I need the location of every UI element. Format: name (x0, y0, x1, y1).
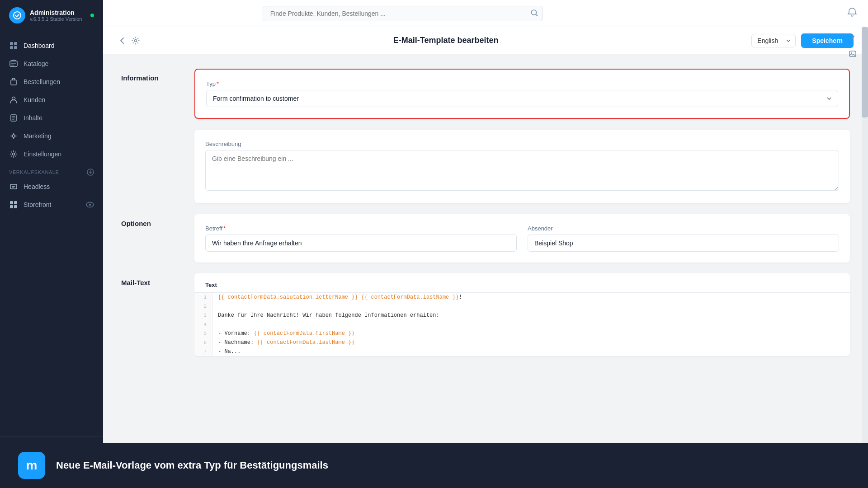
right-panel-arrow-button[interactable] (849, 33, 857, 42)
svg-point-21 (135, 39, 137, 42)
sidebar-item-label-headless: Headless (24, 183, 50, 190)
scrollbar-thumb[interactable] (862, 27, 868, 117)
kataloge-icon (9, 59, 18, 68)
code-line-3: 3 Danke für Ihre Nachricht! Wir haben fo… (194, 311, 850, 320)
notification-button[interactable] (847, 7, 857, 19)
beschreibung-label: Beschreibung (205, 141, 839, 147)
sidebar-item-dashboard[interactable]: Dashboard (0, 37, 103, 55)
inhalte-icon (9, 113, 18, 122)
sidebar-item-label-bestellungen: Bestellungen (24, 78, 60, 85)
topbar (103, 0, 868, 27)
beschreibung-spacer (121, 130, 180, 203)
storefront-eye-icon[interactable] (86, 201, 94, 209)
kunden-icon (9, 95, 18, 104)
code-line-4: 4 (194, 320, 850, 329)
main-content: E-Mail-Template bearbeiten English Deuts… (103, 27, 868, 488)
beschreibung-card: Beschreibung (194, 130, 850, 203)
dashboard-icon (9, 41, 18, 50)
page-title: E-Mail-Template bearbeiten (147, 36, 744, 45)
code-line-2: 2 (194, 302, 850, 311)
code-line-7: 7 - Na... (194, 347, 850, 356)
sidebar-brand: Administration v.6.3.5.1 Stable Version (30, 9, 82, 22)
beschreibung-section-row: Beschreibung (121, 130, 850, 203)
svg-point-20 (531, 10, 536, 15)
sidebar-item-bestellungen[interactable]: Bestellungen (0, 73, 103, 91)
sidebar-item-inhalte[interactable]: Inhalte (0, 109, 103, 127)
page-header-actions: English Deutsch Français Speichern (751, 33, 854, 48)
sidebar-item-marketing[interactable]: Marketing (0, 127, 103, 145)
bottom-headline: Neue E-Mail-Vorlage vom extra Typ für Be… (56, 460, 328, 471)
code-editor[interactable]: 1 {{ contactFormData.salutation.letterNa… (194, 292, 850, 356)
options-fields-row: Betreff* Absender (205, 225, 839, 252)
beschreibung-textarea[interactable] (205, 150, 839, 191)
sidebar-item-einstellungen[interactable]: Einstellungen (0, 145, 103, 163)
headless-icon (9, 182, 18, 191)
page-header-nav (118, 36, 140, 45)
type-form-group: Typ* Form confirmation to customer (206, 80, 838, 107)
type-label: Typ* (206, 80, 838, 87)
bestellungen-icon (9, 77, 18, 86)
scrollbar-track[interactable] (862, 27, 868, 488)
code-line-6: 6 - Nachname: {{ contactFormData.lastNam… (194, 338, 850, 347)
svg-rect-5 (10, 61, 17, 66)
bottom-app-icon: m (18, 452, 45, 479)
type-select[interactable]: Form confirmation to customer (206, 90, 838, 107)
svg-rect-6 (11, 80, 16, 85)
betreff-label: Betreff* (205, 225, 517, 232)
sidebar-item-label-marketing: Marketing (24, 132, 51, 140)
sidebar-item-storefront[interactable]: Storefront (0, 196, 103, 214)
brand-name: Administration (30, 9, 82, 16)
information-card: Typ* Form confirmation to customer (194, 69, 850, 119)
mail-text-header: Text (194, 273, 850, 292)
einstellungen-icon (9, 150, 18, 159)
sidebar-item-kataloge[interactable]: Kataloge (0, 55, 103, 73)
betreff-input[interactable] (205, 235, 517, 252)
svg-rect-15 (10, 205, 13, 208)
sidebar-item-headless[interactable]: Headless (0, 178, 103, 196)
settings-button[interactable] (131, 36, 140, 45)
language-select[interactable]: English Deutsch Français (751, 34, 796, 47)
content-area: Information Typ* Form confirmation to cu… (103, 54, 868, 381)
svg-rect-14 (14, 201, 17, 204)
brand-version: v.6.3.5.1 Stable Version (30, 16, 82, 22)
svg-rect-2 (14, 42, 17, 45)
sidebar-item-label-dashboard: Dashboard (24, 42, 55, 49)
search-input[interactable] (263, 6, 543, 21)
information-label: Information (121, 69, 180, 119)
search-bar (263, 6, 543, 21)
code-line-5: 5 - Vorname: {{ contactFormData.firstNam… (194, 329, 850, 338)
right-panel-image-button[interactable] (849, 50, 857, 60)
absender-col: Absender (528, 225, 839, 252)
svg-rect-1 (10, 42, 13, 45)
svg-rect-3 (10, 46, 13, 49)
add-channel-icon[interactable] (87, 169, 94, 176)
type-select-wrapper: Form confirmation to customer (206, 90, 838, 107)
sidebar-header: Administration v.6.3.5.1 Stable Version (0, 0, 103, 31)
svg-point-9 (12, 135, 15, 137)
bottom-bar: m Neue E-Mail-Vorlage vom extra Typ für … (0, 443, 868, 488)
options-card: Betreff* Absender (194, 214, 850, 263)
options-label: Optionen (121, 214, 180, 263)
search-button[interactable] (530, 9, 538, 18)
svg-point-18 (89, 204, 91, 206)
svg-rect-13 (10, 201, 13, 204)
storefront-icon (9, 200, 18, 209)
svg-point-10 (13, 153, 15, 155)
absender-input[interactable] (528, 235, 839, 252)
topbar-actions (847, 7, 857, 19)
mail-text-section-row: Mail-Text Text 1 {{ contactFormData.salu… (121, 273, 850, 356)
sidebar-item-kunden[interactable]: Kunden (0, 91, 103, 109)
betreff-col: Betreff* (205, 225, 517, 252)
sales-channels-section: Verkaufskanäle (0, 163, 103, 178)
right-sidebar (844, 27, 862, 488)
sidebar-nav: Dashboard Kataloge Bestellungen Kunden I… (0, 31, 103, 436)
sidebar: Administration v.6.3.5.1 Stable Version … (0, 0, 103, 488)
back-button[interactable] (118, 36, 127, 45)
text-label: Text (205, 282, 217, 288)
sidebar-item-label-storefront: Storefront (24, 201, 51, 208)
beschreibung-form-group: Beschreibung (205, 141, 839, 192)
absender-label: Absender (528, 225, 839, 232)
page-header: E-Mail-Template bearbeiten English Deuts… (103, 27, 868, 54)
sidebar-item-label-inhalte: Inhalte (24, 114, 42, 122)
information-section-row: Information Typ* Form confirmation to cu… (121, 69, 850, 119)
